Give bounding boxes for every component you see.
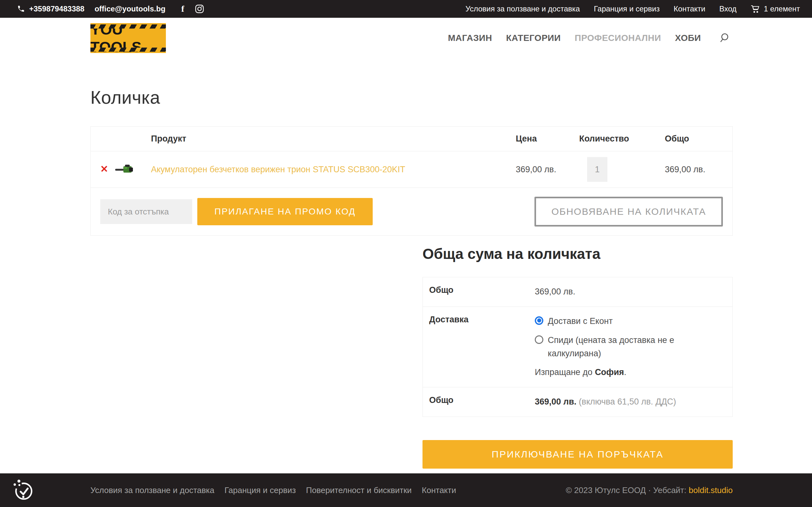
topbar-cart[interactable]: 1 елемент <box>750 4 800 13</box>
subtotal-label: Общо <box>429 285 535 298</box>
topbar-link-terms[interactable]: Условия за ползване и доставка <box>465 4 580 13</box>
subtotal-value: 369,00 лв. <box>535 285 726 298</box>
topbar-phone[interactable]: +359879483388 <box>29 4 84 13</box>
coupon-input[interactable] <box>100 199 192 224</box>
total-value: 369,00 лв. <box>535 397 576 406</box>
quantity-input[interactable] <box>587 157 608 182</box>
footer-link-contacts[interactable]: Контакти <box>422 486 456 495</box>
footer-copyright: © 2023 Ютулс ЕООД · Уебсайт: boldit.stud… <box>566 486 733 495</box>
shipping-destination: Изпращане до София. <box>535 366 726 379</box>
remove-item-icon[interactable]: ✕ <box>100 164 108 174</box>
checkout-button[interactable]: ПРИКЛЮЧВАНЕ НА ПОРЪЧКАТА <box>423 440 733 469</box>
col-header-total: Общо <box>665 134 732 144</box>
cart-table: Продукт Цена Количество Общо ✕ <box>90 126 733 236</box>
product-name-link[interactable]: Акумулаторен безчетков верижен трион STA… <box>151 165 405 174</box>
shipping-label: Доставка <box>429 315 535 379</box>
cookie-consent-icon[interactable] <box>12 478 36 502</box>
item-total: 369,00 лв. <box>665 165 732 174</box>
apply-coupon-button[interactable]: ПРИЛАГАНЕ НА ПРОМО КОД <box>197 198 373 225</box>
page-title: Количка <box>90 87 733 108</box>
footer-links: Условия за ползване и доставка Гаранция … <box>90 486 456 495</box>
cart-table-header: Продукт Цена Количество Общо <box>91 127 732 151</box>
instagram-icon[interactable] <box>195 4 204 13</box>
nav-item-shop[interactable]: МАГАЗИН <box>448 33 492 43</box>
nav-item-hobby[interactable]: ХОБИ <box>675 33 701 43</box>
item-price: 369,00 лв. <box>516 165 579 174</box>
subtotal-row: Общо 369,00 лв. <box>423 277 732 307</box>
phone-icon <box>17 5 25 13</box>
shipping-option-econt[interactable]: Достави с Еконт <box>535 315 726 328</box>
cart-count: 1 елемент <box>764 4 800 13</box>
shipping-option-label: Достави с Еконт <box>548 315 613 328</box>
topbar-email[interactable]: office@youtools.bg <box>95 4 165 13</box>
topbar-link-contacts[interactable]: Контакти <box>674 4 705 13</box>
footer-link-terms[interactable]: Условия за ползване и доставка <box>90 486 214 495</box>
footer-website-link[interactable]: boldit.studio <box>689 486 733 495</box>
nav-item-categories[interactable]: КАТЕГОРИИ <box>506 33 560 43</box>
cart-totals-table: Общо 369,00 лв. Доставка Достави с Еконт… <box>423 277 733 417</box>
cart-item-row: ✕ Акумулаторен безчетков верижен трион S… <box>91 151 732 188</box>
main-nav: МАГАЗИН КАТЕГОРИИ ПРОФЕСИОНАЛНИ ХОБИ <box>448 33 730 44</box>
site-logo[interactable]: YOU TOOLS <box>90 23 166 53</box>
vat-note: (включва 61,50 лв. ДДС) <box>579 397 676 406</box>
topbar: +359879483388 office@youtools.bg f Услов… <box>0 0 812 18</box>
cart-totals-heading: Обща сума на количката <box>423 245 733 262</box>
shipping-option-label: Спиди (цената за доставка не е калкулира… <box>548 334 726 360</box>
site-header: YOU TOOLS МАГАЗИН КАТЕГОРИИ ПРОФЕСИОНАЛН… <box>0 18 812 55</box>
topbar-link-login[interactable]: Вход <box>720 4 737 13</box>
total-row: Общо 369,00 лв. (включва 61,50 лв. ДДС) <box>423 387 732 416</box>
radio-selected-icon[interactable] <box>535 316 543 325</box>
col-header-quantity: Количество <box>579 134 665 144</box>
col-header-product: Продукт <box>151 134 516 144</box>
shipping-row: Доставка Достави с Еконт Спиди (цената з… <box>423 307 732 387</box>
topbar-link-warranty[interactable]: Гаранция и сервиз <box>594 4 660 13</box>
col-header-price: Цена <box>516 134 579 144</box>
footer-link-warranty[interactable]: Гаранция и сервиз <box>225 486 296 495</box>
coupon-row: ПРИЛАГАНЕ НА ПРОМО КОД ОБНОВЯВАНЕ НА КОЛ… <box>91 188 732 235</box>
cart-icon <box>750 4 760 13</box>
footer-link-privacy[interactable]: Поверителност и бисквитки <box>306 486 412 495</box>
shipping-option-speedy[interactable]: Спиди (цената за доставка не е калкулира… <box>535 334 726 360</box>
product-thumbnail[interactable] <box>115 162 135 176</box>
total-label: Общо <box>429 395 535 409</box>
facebook-icon[interactable]: f <box>181 4 184 14</box>
radio-unselected-icon[interactable] <box>535 335 543 344</box>
search-icon[interactable] <box>720 33 730 44</box>
update-cart-button[interactable]: ОБНОВЯВАНЕ НА КОЛИЧКАТА <box>535 197 723 227</box>
footer: Условия за ползване и доставка Гаранция … <box>0 473 812 507</box>
nav-item-professional[interactable]: ПРОФЕСИОНАЛНИ <box>575 33 661 43</box>
logo-text: YOU TOOLS <box>90 21 166 56</box>
